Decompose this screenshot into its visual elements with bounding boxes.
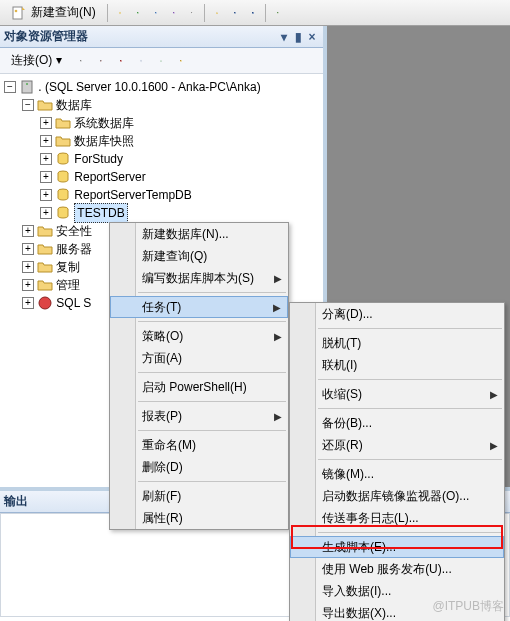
chevron-right-icon: ▶ [274, 331, 282, 342]
expand-icon[interactable]: + [40, 207, 52, 219]
mi-ship-logs[interactable]: 传送事务日志(L)... [290, 507, 504, 529]
watermark: @ITPUB博客 [432, 598, 504, 615]
mi-reports[interactable]: 报表(P)▶ [110, 405, 288, 427]
mi-rename[interactable]: 重命名(M) [110, 434, 288, 456]
mi-shrink[interactable]: 收缩(S)▶ [290, 383, 504, 405]
mi-powershell[interactable]: 启动 PowerShell(H) [110, 376, 288, 398]
db-icon[interactable] [112, 5, 128, 21]
dropdown-icon[interactable]: ▾ [277, 30, 291, 44]
mi-generate-scripts[interactable]: 生成脚本(E)... [290, 536, 504, 558]
mi-refresh[interactable]: 刷新(F) [110, 485, 288, 507]
folder-icon [37, 241, 53, 257]
expand-icon[interactable]: + [22, 261, 34, 273]
mi-mirror[interactable]: 镜像(M)... [290, 463, 504, 485]
svg-point-18 [26, 83, 28, 85]
collapse-icon[interactable]: − [22, 99, 34, 111]
cube-blue-icon[interactable] [148, 5, 164, 21]
connect-button[interactable]: 连接(O) ▾ [4, 49, 69, 72]
new-query-button[interactable]: 新建查询(N) [4, 1, 103, 24]
stop-icon[interactable] [113, 53, 129, 69]
connect-server-icon[interactable] [73, 53, 89, 69]
mi-launch-monitor[interactable]: 启动数据库镜像监视器(O)... [290, 485, 504, 507]
save-all-icon[interactable] [245, 5, 261, 21]
reportserver-node[interactable]: + ReportServer [0, 168, 323, 186]
svg-rect-5 [173, 12, 174, 13]
chevron-right-icon: ▶ [490, 389, 498, 400]
expand-icon[interactable]: + [22, 279, 34, 291]
testdb-node[interactable]: + TESTDB [0, 204, 323, 222]
database-icon [55, 205, 71, 221]
chevron-right-icon: ▶ [490, 440, 498, 451]
folder-icon [37, 97, 53, 113]
chevron-right-icon: ▶ [273, 302, 281, 313]
cube-green-icon[interactable] [130, 5, 146, 21]
expand-icon[interactable]: + [40, 153, 52, 165]
mi-properties[interactable]: 属性(R) [110, 507, 288, 529]
folder-icon [55, 133, 71, 149]
object-explorer-title: 对象资源管理器 [4, 28, 88, 45]
mi-tasks[interactable]: 任务(T)▶ [110, 296, 288, 318]
new-query-label: 新建查询(N) [31, 4, 96, 21]
mi-publish-web[interactable]: 使用 Web 服务发布(U)... [290, 558, 504, 580]
open-folder-icon[interactable] [209, 5, 225, 21]
expand-icon[interactable]: + [40, 189, 52, 201]
collapse-icon[interactable]: − [4, 81, 16, 93]
connect-toolbar: 连接(O) ▾ [0, 48, 323, 74]
mi-new-query[interactable]: 新建查询(Q) [110, 245, 288, 267]
agent-icon [37, 295, 53, 311]
database-icon [55, 151, 71, 167]
svg-rect-6 [191, 12, 192, 14]
mi-new-database[interactable]: 新建数据库(N)... [110, 223, 288, 245]
expand-icon[interactable]: + [40, 171, 52, 183]
expand-icon[interactable]: + [22, 243, 34, 255]
save-icon[interactable] [227, 5, 243, 21]
server-icon [19, 79, 35, 95]
expand-icon[interactable]: + [22, 225, 34, 237]
cube-purple-icon[interactable] [166, 5, 182, 21]
mi-restore[interactable]: 还原(R)▶ [290, 434, 504, 456]
object-explorer-title-bar: 对象资源管理器 ▾ ▮ × [0, 26, 323, 48]
svg-rect-16 [180, 60, 182, 61]
refresh-icon[interactable] [153, 53, 169, 69]
expand-icon[interactable]: + [40, 135, 52, 147]
sysdb-node[interactable]: + 系统数据库 [0, 114, 323, 132]
svg-rect-8 [234, 13, 235, 14]
sparkle-doc-icon [11, 5, 27, 21]
registered-servers-icon[interactable] [173, 53, 189, 69]
filter-icon[interactable] [133, 53, 149, 69]
svg-rect-3 [137, 12, 138, 13]
svg-rect-12 [80, 60, 81, 62]
pin-icon[interactable]: ▮ [291, 30, 305, 44]
mi-online[interactable]: 联机(I) [290, 354, 504, 376]
svg-rect-0 [13, 7, 22, 19]
mi-detach[interactable]: 分离(D)... [290, 303, 504, 325]
snapshots-node[interactable]: + 数据库快照 [0, 132, 323, 150]
svg-rect-11 [277, 12, 279, 13]
svg-point-1 [15, 9, 18, 12]
database-icon [55, 187, 71, 203]
databases-node[interactable]: − 数据库 [0, 96, 323, 114]
mi-delete[interactable]: 删除(D) [110, 456, 288, 478]
mi-script-db-as[interactable]: 编写数据库脚本为(S)▶ [110, 267, 288, 289]
activity-monitor-icon[interactable] [270, 5, 286, 21]
mi-policies[interactable]: 策略(O)▶ [110, 325, 288, 347]
folder-icon [37, 277, 53, 293]
svg-rect-4 [155, 12, 156, 13]
doc-icon[interactable] [184, 5, 200, 21]
close-icon[interactable]: × [305, 30, 319, 44]
mi-facets[interactable]: 方面(A) [110, 347, 288, 369]
expand-icon[interactable]: + [40, 117, 52, 129]
svg-rect-10 [252, 12, 253, 13]
disconnect-icon[interactable] [93, 53, 109, 69]
folder-icon [37, 223, 53, 239]
reportservertemp-node[interactable]: + ReportServerTempDB [0, 186, 323, 204]
mi-offline[interactable]: 脱机(T) [290, 332, 504, 354]
database-icon [55, 169, 71, 185]
tasks-submenu: 分离(D)... 脱机(T) 联机(I) 收缩(S)▶ 备份(B)... 还原(… [289, 302, 505, 621]
mi-backup[interactable]: 备份(B)... [290, 412, 504, 434]
server-node[interactable]: − . (SQL Server 10.0.1600 - Anka-PC\Anka… [0, 78, 323, 96]
svg-rect-15 [120, 60, 121, 61]
forstudy-node[interactable]: + ForStudy [0, 150, 323, 168]
chevron-right-icon: ▶ [274, 411, 282, 422]
expand-icon[interactable]: + [22, 297, 34, 309]
